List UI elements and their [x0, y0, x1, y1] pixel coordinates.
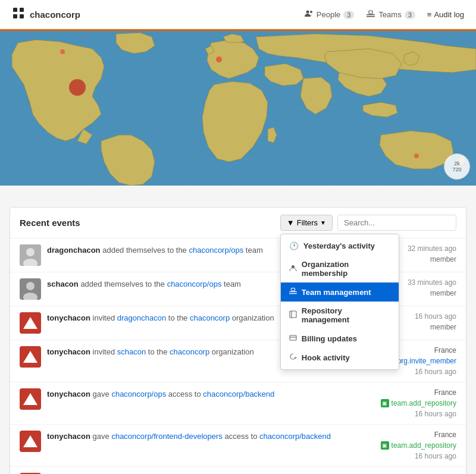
event-location: France [434, 346, 456, 354]
avatar [20, 278, 41, 300]
event-link[interactable]: chaconcorp/frontend-developers [111, 432, 222, 441]
event-actor: tonychacon [47, 313, 90, 322]
dropdown-item-hook-activity[interactable]: Hook activity [281, 348, 399, 367]
filter-icon: ▼ [287, 218, 295, 227]
svg-rect-30 [289, 293, 297, 294]
filters-dropdown-menu: 🕐 Yesterday's activity Organization memb… [280, 234, 399, 370]
svg-rect-3 [20, 14, 24, 18]
event-actor: tonychacon [47, 432, 90, 441]
svg-rect-6 [367, 14, 375, 15]
svg-rect-34 [290, 335, 296, 340]
event-row: tonychacon gave chaconcorp/frontend-deve… [10, 425, 466, 467]
event-desc: added themselves to the chaconcorp/ops t… [80, 280, 241, 288]
event-time: 16 hours ago [415, 368, 456, 376]
event-link[interactable]: chaconcorp/backend [259, 432, 331, 441]
filters-chevron: ▼ [320, 219, 326, 226]
dropdown-item-repo-management-label: Repository management [302, 306, 390, 324]
dropdown-item-billing-label: Billing updates [302, 334, 357, 343]
event-actor: tonychacon [47, 390, 90, 398]
teams-nav-item[interactable]: Teams 3 [366, 9, 415, 20]
avatar [20, 388, 41, 410]
event-body: tonychacon gave chaconcorp/ops access to… [47, 388, 375, 400]
event-type-link[interactable]: team.add_repository [392, 441, 456, 450]
event-type-label: member [430, 323, 456, 331]
dropdown-item-repo-management[interactable]: Repository management [281, 302, 399, 329]
event-type-icon: ▣ [381, 399, 389, 407]
event-desc: invited schacon to the chaconcorp organi… [93, 347, 254, 356]
dropdown-item-billing[interactable]: Billing updates [281, 329, 399, 348]
event-location: France [434, 431, 456, 439]
svg-point-27 [414, 153, 419, 158]
world-map: 2k 720 [0, 31, 476, 186]
filters-label: Filters [297, 218, 318, 227]
svg-rect-0 [13, 8, 17, 12]
svg-point-25 [60, 49, 65, 54]
event-link[interactable]: chaconcorp/ops [111, 390, 166, 398]
teams-label: Teams [378, 10, 401, 19]
event-time: 33 minutes ago [408, 278, 456, 287]
avatar [20, 431, 41, 452]
svg-rect-31 [291, 288, 295, 291]
svg-point-40 [26, 282, 35, 290]
event-body: tonychacon gave chaconcorp/frontend-deve… [47, 431, 375, 442]
org-name: chaconcorp [30, 10, 80, 20]
dropdown-item-yesterday[interactable]: 🕐 Yesterday's activity [281, 237, 399, 255]
event-row: tonychacon gave chaconcorp/frontend-deve… [10, 467, 466, 474]
logo[interactable]: chaconcorp [12, 7, 80, 23]
people-count: 3 [343, 11, 354, 19]
repo-icon [289, 310, 297, 320]
avatar [20, 312, 41, 334]
event-time: 16 hours ago [415, 452, 456, 460]
event-link[interactable]: chaconcorp/ops [167, 280, 222, 288]
event-actor: schacon [47, 280, 79, 288]
event-actor: tonychacon [47, 347, 90, 356]
logo-icon [12, 7, 25, 23]
people-nav-item[interactable]: People 3 [304, 9, 355, 20]
search-input[interactable] [337, 215, 456, 231]
event-link[interactable]: schacon [117, 347, 146, 356]
event-desc: gave chaconcorp/ops access to chaconcorp… [93, 390, 275, 398]
avatar [20, 244, 41, 266]
event-type-link[interactable]: team.add_repository [392, 399, 456, 407]
filters-button[interactable]: ▼ Filters ▼ [280, 215, 333, 231]
team-icon [289, 287, 297, 297]
svg-rect-2 [13, 14, 17, 18]
event-link[interactable]: chaconcorp [170, 347, 209, 356]
event-link[interactable]: chaconcorp/ops [189, 246, 243, 255]
svg-rect-7 [367, 16, 375, 17]
event-desc: added themselves to the chaconcorp/ops t… [102, 246, 263, 255]
event-meta: France ▣ team.add_repository 16 hours ag… [381, 431, 456, 460]
dropdown-item-team-management[interactable]: Team management [281, 282, 399, 302]
dropdown-item-hook-activity-label: Hook activity [302, 353, 350, 362]
person-icon [289, 264, 297, 274]
event-meta: France ▣ team.add_repository 16 hours ag… [381, 388, 456, 418]
event-type: member [430, 323, 456, 331]
svg-rect-8 [369, 11, 372, 14]
teams-icon [366, 9, 375, 20]
event-link[interactable]: chaconcorp/backend [203, 390, 274, 398]
billing-icon [289, 334, 297, 343]
event-link[interactable]: chaconcorp [190, 313, 230, 322]
recent-events-header: Recent events ▼ Filters ▼ 🕐 Yesterday's … [10, 208, 466, 238]
dropdown-item-org-membership[interactable]: Organization membership [281, 255, 399, 282]
event-time: 16 hours ago [415, 410, 456, 418]
audit-log-label: Audit log [434, 10, 464, 19]
people-label: People [317, 10, 340, 19]
event-type: member [430, 289, 456, 297]
audit-log-nav-item[interactable]: ≡ Audit log [427, 10, 464, 19]
dropdown-item-org-membership-label: Organization membership [302, 260, 390, 278]
event-link[interactable]: dragonchacon [117, 313, 166, 322]
svg-rect-1 [20, 8, 24, 12]
event-type-link[interactable]: org.invite_member [397, 357, 456, 365]
recent-events-title: Recent events [20, 218, 80, 228]
clock-icon: 🕐 [289, 241, 299, 250]
map-zoom-value: 720 [452, 167, 461, 172]
hook-icon [289, 353, 297, 362]
event-type: ▣ team.add_repository [381, 441, 456, 450]
avatar [20, 346, 41, 368]
event-type-label: member [430, 289, 456, 297]
dropdown-item-team-management-label: Team management [302, 288, 371, 297]
svg-point-4 [306, 11, 309, 14]
event-actor: dragonchacon [47, 246, 101, 255]
event-time: 32 minutes ago [408, 244, 456, 253]
